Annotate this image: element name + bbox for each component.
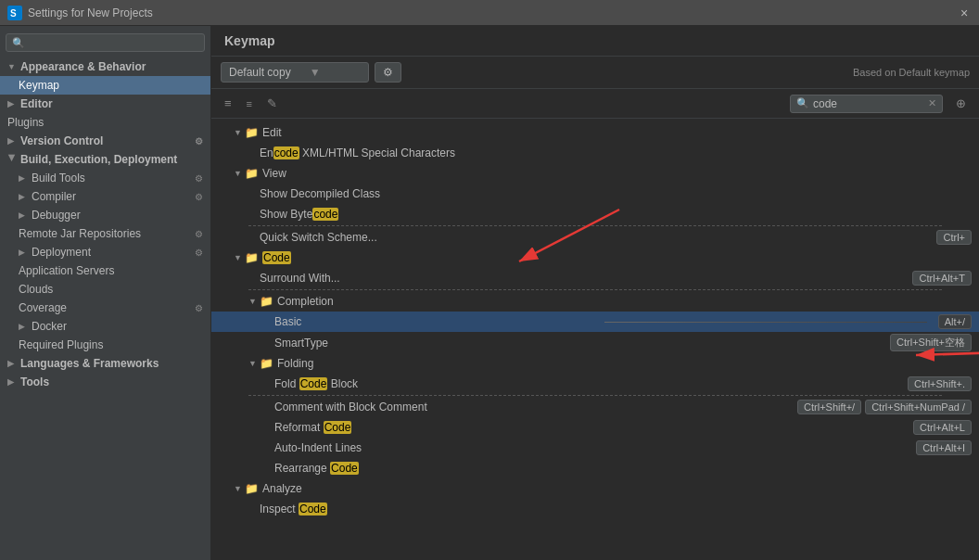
- keymap-item-analyze-folder[interactable]: ▼ 📁 Analyze: [211, 478, 979, 499]
- sidebar-item-debugger[interactable]: ▶ Debugger: [0, 206, 210, 224]
- sidebar-label-docker: Docker: [32, 320, 67, 333]
- sidebar-item-buildtools[interactable]: ▶ Build Tools ⚙: [0, 169, 210, 187]
- keymap-item-folding-folder[interactable]: ▼ 📁 Folding: [211, 353, 979, 374]
- keymap-item-showbytecode[interactable]: Show Bytecode: [211, 204, 979, 224]
- find-action-button[interactable]: ⊕: [950, 93, 972, 114]
- sidebar-item-clouds[interactable]: Clouds: [0, 280, 210, 299]
- keymap-item-rearrange[interactable]: Rearrange Code: [211, 458, 979, 478]
- keymap-item-edit-folder[interactable]: ▼ 📁 Edit: [211, 122, 979, 143]
- titlebar: S Settings for New Projects ×: [0, 0, 979, 26]
- sidebar-label-clouds: Clouds: [19, 283, 53, 296]
- keymap-scheme-value: Default copy: [229, 66, 291, 79]
- sidebar-label-remotejar: Remote Jar Repositories: [19, 227, 141, 240]
- keymap-label-quickswitch: Quick Switch Scheme...: [260, 231, 933, 244]
- keymap-label-surround: Surround With...: [260, 272, 909, 285]
- sidebar-item-versioncontrol[interactable]: ▶ Version Control ⚙: [0, 132, 210, 150]
- basic-line: [604, 322, 927, 323]
- folder-edit-icon: 📁: [245, 126, 259, 139]
- arrow-debugger: ▶: [19, 210, 28, 220]
- keymap-label-autoindent: Auto-Indent Lines: [274, 441, 912, 454]
- sidebar-search-icon: 🔍: [12, 37, 25, 49]
- keymap-item-smarttype[interactable]: SmartType Ctrl+Shift+空格: [211, 332, 979, 353]
- app-icon: S: [7, 6, 22, 20]
- right-panel: Keymap Default copy ▼ ⚙ Based on Default…: [211, 26, 979, 560]
- arrow-vcs: ▶: [7, 136, 17, 146]
- sidebar-item-docker[interactable]: ▶ Docker: [0, 317, 210, 336]
- keymap-item-surround[interactable]: Surround With... Ctrl+Alt+T: [211, 268, 979, 288]
- sidebar-label-tools: Tools: [20, 375, 49, 388]
- keymap-item-quickswitch[interactable]: Quick Switch Scheme... Ctrl+: [211, 227, 979, 248]
- shortcut-surround: Ctrl+Alt+T: [912, 271, 972, 286]
- keymap-item-foldcodeblock[interactable]: Fold Code Block Ctrl+Shift+.: [211, 374, 979, 394]
- keymap-item-commentblock[interactable]: Comment with Block Comment Ctrl+Shift+/ …: [211, 397, 979, 417]
- sidebar-item-plugins[interactable]: Plugins: [0, 113, 210, 132]
- sidebar-item-remotejar[interactable]: Remote Jar Repositories ⚙: [0, 224, 210, 243]
- keymap-item-autoindent[interactable]: Auto-Indent Lines Ctrl+Alt+I: [211, 438, 979, 458]
- arrow-languages: ▶: [7, 359, 17, 368]
- sidebar-item-tools[interactable]: ▶ Tools: [0, 373, 210, 391]
- sidebar-label-build: Build, Execution, Deployment: [20, 153, 177, 166]
- search-clear-button[interactable]: ✕: [928, 97, 936, 109]
- shortcut-autoindent: Ctrl+Alt+I: [916, 440, 972, 455]
- sidebar-item-editor[interactable]: ▶ Editor: [0, 95, 210, 113]
- sidebar-label-appservers: Application Servers: [19, 264, 114, 277]
- find-action-icon: ⊕: [956, 96, 966, 110]
- keymap-label-reformat: Reformat Code: [274, 421, 909, 434]
- keymap-label-code: Code: [262, 251, 972, 264]
- keymap-search-box[interactable]: 🔍 ✕: [790, 95, 943, 113]
- remotejar-settings-icon: ⚙: [195, 229, 203, 239]
- sidebar-item-deployment[interactable]: ▶ Deployment ⚙: [0, 243, 210, 261]
- sidebar-item-requiredplugins[interactable]: Required Plugins: [0, 336, 210, 354]
- expand-all-button[interactable]: ≡: [241, 93, 258, 114]
- sidebar-search-container[interactable]: 🔍: [6, 33, 205, 52]
- sidebar-search-input[interactable]: [29, 36, 198, 49]
- keymap-item-basic[interactable]: Basic Alt+/: [211, 312, 979, 332]
- arrow-analyze: ▼: [234, 484, 245, 493]
- keymap-tree-scroll[interactable]: ▼ 📁 Edit Encode XML/HTML Special Charact…: [211, 119, 979, 560]
- sidebar-label-languages: Languages & Frameworks: [20, 357, 159, 370]
- sidebar-item-appservers[interactable]: Application Servers: [0, 261, 210, 280]
- divider-3: [248, 395, 942, 396]
- keymap-label-view: View: [262, 167, 972, 180]
- keymap-scheme-select[interactable]: Default copy ▼: [221, 62, 369, 83]
- arrow-docker: ▶: [19, 322, 28, 331]
- collapse-all-button[interactable]: ≡: [219, 93, 237, 114]
- keymap-item-showdecompiled[interactable]: Show Decompiled Class: [211, 184, 979, 204]
- shortcut-commentblock2: Ctrl+Shift+NumPad /: [865, 400, 972, 414]
- arrow-tools: ▶: [7, 377, 17, 387]
- keymap-item-completion-folder[interactable]: ▼ 📁 Completion: [211, 291, 979, 312]
- keymap-label-rearrange: Rearrange Code: [274, 462, 972, 475]
- keymap-label-foldcodeblock: Fold Code Block: [274, 377, 904, 390]
- sidebar-label-vcs: Version Control: [20, 134, 103, 147]
- shortcut-quickswitch: Ctrl+: [936, 230, 972, 245]
- panel-title: Keymap: [224, 33, 274, 48]
- edit-icon: ✎: [267, 96, 277, 110]
- window-title: Settings for New Projects: [28, 6, 951, 19]
- keymap-item-encode[interactable]: Encode XML/HTML Special Characters: [211, 143, 979, 163]
- sidebar-item-build[interactable]: ▶ Build, Execution, Deployment: [0, 150, 210, 169]
- keymap-label-commentblock: Comment with Block Comment: [274, 401, 794, 414]
- keymap-item-reformat[interactable]: Reformat Code Ctrl+Alt+L: [211, 417, 979, 438]
- keymap-item-view-folder[interactable]: ▼ 📁 View: [211, 163, 979, 184]
- sidebar-item-appearance[interactable]: ▼ Appearance & Behavior: [0, 57, 210, 76]
- sidebar-item-keymap[interactable]: Keymap: [0, 76, 210, 95]
- keymap-label-showdecompiled: Show Decompiled Class: [260, 187, 972, 200]
- divider-1: [248, 225, 942, 226]
- keymap-label-analyze: Analyze: [262, 482, 972, 495]
- keymap-settings-button[interactable]: ⚙: [375, 62, 401, 83]
- edit-shortcut-button[interactable]: ✎: [261, 93, 283, 114]
- close-button[interactable]: ×: [957, 6, 972, 20]
- sidebar-item-compiler[interactable]: ▶ Compiler ⚙: [0, 187, 210, 206]
- keymap-item-code-folder[interactable]: ▼ 📁 Code: [211, 248, 979, 268]
- sidebar-label-requiredplugins: Required Plugins: [19, 338, 103, 351]
- keymap-search-input[interactable]: [813, 97, 924, 110]
- folder-code-icon: 📁: [245, 251, 259, 264]
- keymap-search-icon: 🔍: [796, 97, 809, 109]
- vcs-settings-icon: ⚙: [195, 136, 203, 146]
- main-content: 🔍 ▼ Appearance & Behavior Keymap ▶ Edito…: [0, 26, 979, 560]
- sidebar-item-languages[interactable]: ▶ Languages & Frameworks: [0, 354, 210, 373]
- sidebar-item-coverage[interactable]: Coverage ⚙: [0, 299, 210, 317]
- divider-2: [248, 289, 942, 290]
- keymap-item-inspectcode[interactable]: Inspect Code: [211, 499, 979, 519]
- sidebar-label-coverage: Coverage: [19, 301, 67, 314]
